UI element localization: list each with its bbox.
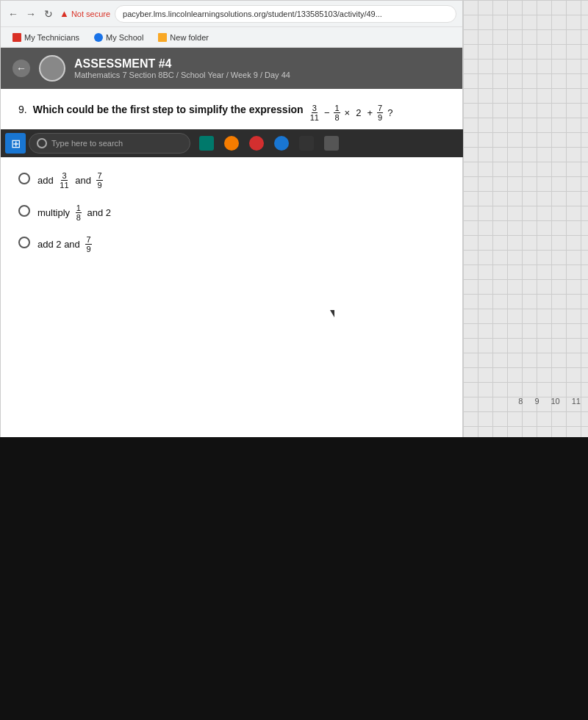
assessment-info: ASSESSMENT #4 Mathematics 7 Section 8BC … <box>74 57 290 79</box>
browser-icon <box>224 136 239 151</box>
taskbar-icon-browser[interactable] <box>221 133 242 154</box>
page-content: ← ASSESSMENT #4 Mathematics 7 Section 8B… <box>1 48 462 442</box>
app3-icon <box>299 136 314 151</box>
back-button[interactable]: ← <box>7 7 20 21</box>
option-c-label: multiply 1 8 and 2 <box>37 204 111 222</box>
assessment-header: ← ASSESSMENT #4 Mathematics 7 Section 8B… <box>1 48 462 89</box>
search-placeholder: Type here to search <box>51 139 123 148</box>
bookmark-icon-technicians <box>12 33 21 42</box>
right-panel: 8 9 10 11 <box>463 0 588 441</box>
expr-frac-3-11: 3 11 <box>309 104 320 122</box>
url-text: pacyber.lms.lincolnlearningsolutions.org… <box>123 10 382 18</box>
taskbar-icon-app1[interactable] <box>246 133 267 154</box>
grid-numbers: 8 9 10 11 <box>463 397 588 406</box>
bookmark-icon-school <box>94 33 103 42</box>
question-text: Which could be the first step to simplif… <box>33 104 304 115</box>
expr-times: × <box>345 107 351 118</box>
url-bar[interactable]: pacyber.lms.lincolnlearningsolutions.org… <box>115 5 456 23</box>
taskbar-icon-app3[interactable] <box>296 133 317 154</box>
forward-button[interactable]: → <box>24 7 37 21</box>
security-badge: ▲ Not secure <box>60 8 110 19</box>
security-label: Not secure <box>71 10 110 18</box>
app2-icon <box>274 136 289 151</box>
address-bar: ← → ↻ ▲ Not secure pacyber.lms.lincolnle… <box>1 1 462 27</box>
bookmarks-bar: My Technicians My School New folder <box>1 27 462 48</box>
grid-num-10: 10 <box>551 397 560 406</box>
assessment-title: ASSESSMENT #4 <box>74 57 290 71</box>
taskbar-icon-desktop[interactable] <box>196 133 217 154</box>
assessment-avatar <box>39 55 65 82</box>
option-b-frac2: 7 9 <box>96 171 102 190</box>
back-to-assessment-button[interactable]: ← <box>12 60 30 77</box>
option-b[interactable]: add 3 11 and 7 9 <box>18 171 445 190</box>
assessment-subtitle: Mathematics 7 Section 8BC / School Year … <box>74 71 290 79</box>
option-d-text: add 2 and <box>37 239 82 250</box>
grid-paper <box>463 0 588 441</box>
math-expression: 3 11 − 1 8 × 2 + 7 9 ? <box>309 104 395 122</box>
radio-d[interactable] <box>18 237 30 248</box>
radio-b[interactable] <box>18 173 30 184</box>
bookmark-label-school: My School <box>106 33 143 42</box>
dark-bottom-area <box>0 437 588 720</box>
expr-2: 2 <box>356 107 361 118</box>
start-button[interactable]: ⊞ <box>5 133 26 154</box>
option-b-frac1: 3 11 <box>59 171 69 190</box>
question-area: 9. Which could be the first step to simp… <box>1 89 462 268</box>
bookmark-label-folder: New folder <box>170 33 209 42</box>
option-c-and: and 2 <box>85 207 111 218</box>
option-c-text: multiply <box>37 207 73 218</box>
option-d-label: add 2 and 7 9 <box>37 235 92 253</box>
desktop-icon <box>199 136 214 151</box>
browser-window: ← → ↻ ▲ Not secure pacyber.lms.lincolnle… <box>0 0 463 441</box>
option-d[interactable]: add 2 and 7 9 <box>18 235 445 253</box>
bookmark-my-technicians[interactable]: My Technicians <box>7 31 85 44</box>
expr-frac-7-9: 7 9 <box>377 104 383 122</box>
grid-num-9: 9 <box>534 397 539 406</box>
app1-icon <box>249 136 264 151</box>
bookmark-my-school[interactable]: My School <box>88 31 149 44</box>
grid-num-11: 11 <box>572 397 581 406</box>
question-stem: 9. Which could be the first step to simp… <box>18 104 445 122</box>
radio-c[interactable] <box>18 205 30 217</box>
expr-plus: + <box>367 107 373 118</box>
reload-button[interactable]: ↻ <box>42 7 55 21</box>
grid-num-8: 8 <box>518 397 523 406</box>
option-d-frac1: 7 9 <box>85 235 91 253</box>
expr-question: ? <box>387 107 392 118</box>
bookmark-icon-folder <box>158 33 167 42</box>
taskbar-icon-app2[interactable] <box>271 133 292 154</box>
bookmark-new-folder[interactable]: New folder <box>152 31 215 44</box>
app4-icon <box>324 136 339 151</box>
taskbar-icon-app4[interactable] <box>321 133 342 154</box>
option-b-label: add 3 11 and 7 9 <box>37 171 103 190</box>
bookmark-label-technicians: My Technicians <box>24 33 79 42</box>
expr-frac-1-8: 1 8 <box>334 104 340 122</box>
option-c-frac1: 1 8 <box>76 204 82 222</box>
option-c[interactable]: multiply 1 8 and 2 <box>18 204 445 222</box>
option-b-and: and <box>73 175 94 186</box>
taskbar-search[interactable]: Type here to search <box>29 133 190 154</box>
taskbar: ⊞ Type here to search <box>1 129 464 157</box>
question-number: 9. <box>18 104 27 115</box>
warning-icon: ▲ <box>60 8 69 19</box>
search-icon <box>37 138 47 148</box>
taskbar-icons <box>196 133 342 154</box>
option-b-text: add <box>37 175 56 186</box>
mouse-cursor <box>330 310 334 317</box>
expr-minus: − <box>324 107 330 118</box>
